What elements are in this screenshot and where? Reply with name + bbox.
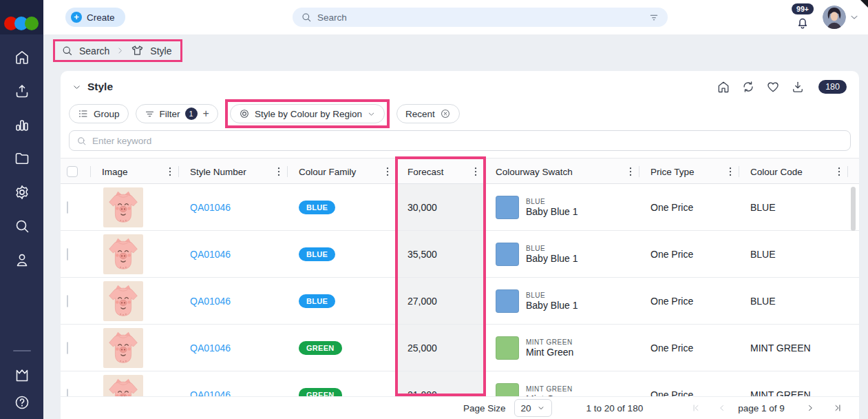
last-page-icon[interactable] xyxy=(833,403,843,413)
chevron-down-icon[interactable] xyxy=(849,12,860,23)
chevron-down-icon xyxy=(537,404,545,412)
product-image[interactable] xyxy=(103,187,143,227)
upload-icon[interactable] xyxy=(14,83,30,99)
forecast-value: 35,500 xyxy=(407,249,437,260)
settings-gear-icon[interactable] xyxy=(14,184,30,201)
keyword-input[interactable] xyxy=(92,136,843,146)
topbar-right: 99+ xyxy=(790,0,860,34)
download-icon[interactable] xyxy=(791,80,805,94)
style-number-link[interactable]: QA01046 xyxy=(190,389,231,397)
app-logo[interactable] xyxy=(0,0,43,34)
topbar: + Create 99+ xyxy=(43,0,868,34)
factory-icon[interactable] xyxy=(14,367,30,383)
chevron-down-icon xyxy=(367,110,376,119)
select-all-checkbox[interactable] xyxy=(67,166,78,177)
collapse-chevron-icon[interactable] xyxy=(72,82,82,92)
breadcrumb-search[interactable]: Search xyxy=(79,45,109,57)
results-count-badge: 180 xyxy=(818,80,847,94)
home-view-icon[interactable] xyxy=(717,80,730,94)
colour-code: MINT GREEN xyxy=(750,389,811,397)
notifications-button[interactable]: 99+ xyxy=(790,2,816,32)
product-image[interactable] xyxy=(103,375,143,397)
filter-button[interactable]: Filter 1 + xyxy=(136,104,218,123)
table-row[interactable]: QA01046 GREEN 25,000 MINT GREEN Mint Gre… xyxy=(61,325,859,371)
global-search-input[interactable] xyxy=(317,12,643,23)
avatar[interactable] xyxy=(823,6,846,29)
sidebar-divider xyxy=(13,350,31,351)
recent-chip[interactable]: Recent xyxy=(396,104,460,123)
first-page-icon[interactable] xyxy=(691,403,701,413)
folder-icon[interactable] xyxy=(14,150,30,167)
user-icon[interactable] xyxy=(14,252,30,268)
product-image[interactable] xyxy=(103,234,143,274)
analytics-icon[interactable] xyxy=(14,116,30,133)
breadcrumb: Search Style xyxy=(53,39,182,62)
column-menu-icon[interactable] xyxy=(833,165,845,178)
column-menu-icon[interactable] xyxy=(381,165,394,178)
panel-header: Style 180 xyxy=(61,71,859,99)
col-image: Image xyxy=(102,167,128,177)
view-selector-button[interactable]: Style by Colour by Region xyxy=(230,104,385,123)
notification-badge: 99+ xyxy=(792,3,814,14)
row-checkbox[interactable] xyxy=(67,342,68,354)
column-menu-icon[interactable] xyxy=(624,165,637,178)
create-label: Create xyxy=(87,12,115,23)
colour-swatch xyxy=(496,336,519,360)
search-filter-icon[interactable] xyxy=(648,12,659,23)
table-row[interactable]: QA01046 BLUE 27,000 BLUE Baby Blue 1 One… xyxy=(61,278,859,325)
swatch-name: Mint Green xyxy=(526,347,573,358)
product-image[interactable] xyxy=(103,281,143,321)
global-search-bar[interactable] xyxy=(293,8,668,27)
sidebar-bottom xyxy=(13,350,31,419)
column-menu-icon[interactable] xyxy=(469,165,482,178)
style-panel: Style 180 Group Filter 1 xyxy=(61,71,859,419)
search-nav-icon[interactable] xyxy=(14,218,30,234)
product-image[interactable] xyxy=(103,328,143,368)
row-checkbox[interactable] xyxy=(67,201,68,214)
breadcrumb-style[interactable]: Style xyxy=(150,45,171,57)
column-menu-icon[interactable] xyxy=(164,165,176,178)
chevron-right-icon xyxy=(116,46,125,55)
swatch-code: MINT GREEN xyxy=(526,385,573,393)
page-indicator: page 1 of 9 xyxy=(738,403,785,413)
help-icon[interactable] xyxy=(14,394,30,411)
add-filter-icon[interactable]: + xyxy=(203,108,209,119)
panel-title: Style xyxy=(87,81,113,93)
style-number-link[interactable]: QA01046 xyxy=(190,343,231,354)
remove-circle-icon[interactable] xyxy=(440,108,451,119)
home-icon[interactable] xyxy=(14,49,30,65)
cursor-artifact xyxy=(860,0,868,8)
forecast-value: 25,000 xyxy=(407,343,437,354)
keyword-search-box[interactable] xyxy=(69,130,851,151)
next-page-icon[interactable] xyxy=(805,403,815,413)
colour-family-badge: GREEN xyxy=(299,388,342,397)
page-size-label: Page Size xyxy=(463,403,506,413)
create-button[interactable]: + Create xyxy=(65,8,125,27)
search-icon xyxy=(76,136,87,146)
column-menu-icon[interactable] xyxy=(273,165,285,178)
style-number-link[interactable]: QA01046 xyxy=(190,249,231,260)
filter-count-badge: 1 xyxy=(185,108,198,120)
price-type: One Price xyxy=(650,296,693,307)
row-checkbox[interactable] xyxy=(67,389,68,397)
table-row[interactable]: QA01046 BLUE 35,500 BLUE Baby Blue 1 One… xyxy=(61,231,859,278)
col-style-number: Style Number xyxy=(190,167,246,177)
style-number-link[interactable]: QA01046 xyxy=(190,202,231,213)
page-size-value: 20 xyxy=(521,403,531,413)
price-type: One Price xyxy=(650,343,693,354)
page-size-select[interactable]: 20 xyxy=(514,399,552,417)
heart-icon[interactable] xyxy=(766,80,780,94)
group-button[interactable]: Group xyxy=(69,104,129,123)
row-checkbox[interactable] xyxy=(67,248,68,260)
column-menu-icon[interactable] xyxy=(724,165,737,178)
table-row[interactable]: QA01046 BLUE 30,000 BLUE Baby Blue 1 One… xyxy=(61,184,859,231)
table-row[interactable]: QA01046 GREEN 21,000 MINT GREEN Mint Gre… xyxy=(61,371,859,396)
vertical-scrollbar[interactable] xyxy=(851,187,856,231)
colour-family-badge: GREEN xyxy=(299,341,342,355)
refresh-icon[interactable] xyxy=(741,80,755,94)
swatch-name: Baby Blue 1 xyxy=(526,300,578,311)
style-number-link[interactable]: QA01046 xyxy=(190,296,231,307)
row-checkbox[interactable] xyxy=(67,295,68,307)
previous-page-icon[interactable] xyxy=(717,403,727,413)
list-icon xyxy=(78,108,89,119)
